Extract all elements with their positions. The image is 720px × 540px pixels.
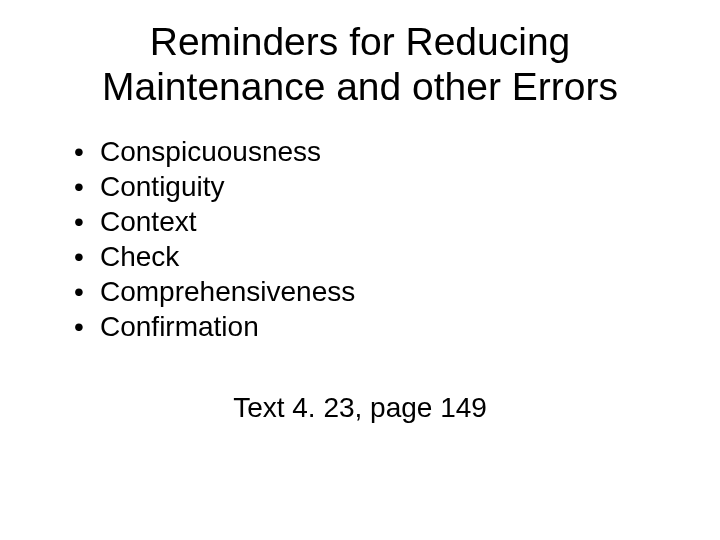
list-item: Context — [70, 204, 680, 239]
reference-text: Text 4. 23, page 149 — [40, 392, 680, 424]
list-item: Conspicuousness — [70, 134, 680, 169]
list-item: Contiguity — [70, 169, 680, 204]
list-item: Comprehensiveness — [70, 274, 680, 309]
slide: Reminders for Reducing Maintenance and o… — [0, 0, 720, 540]
list-item: Check — [70, 239, 680, 274]
slide-title: Reminders for Reducing Maintenance and o… — [40, 20, 680, 110]
bullet-list: Conspicuousness Contiguity Context Check… — [70, 134, 680, 344]
list-item: Confirmation — [70, 309, 680, 344]
